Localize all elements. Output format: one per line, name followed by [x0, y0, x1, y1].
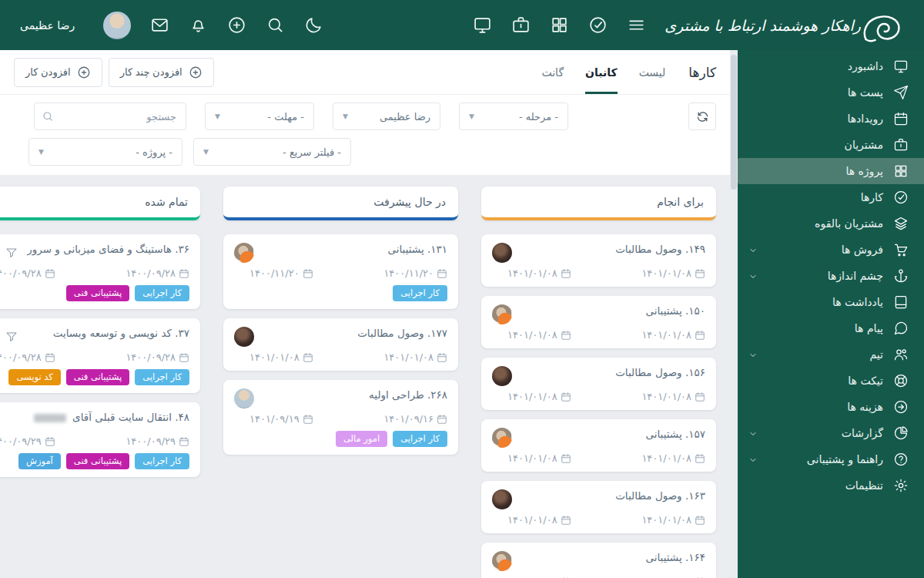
search-input[interactable] [34, 102, 186, 130]
kanban-card[interactable]: ۱۵۷. پشتیبانی۱۴۰۱/۰۱/۰۸۱۴۰۱/۰۱/۰۸ [481, 419, 716, 472]
tag: کار اجرایی [393, 285, 447, 301]
sidebar-item[interactable]: پروژه ها [738, 158, 924, 184]
mail-icon[interactable] [150, 15, 169, 35]
send-icon [893, 85, 909, 100]
assignee-filter-select[interactable]: رضا عظیمی▼ [333, 102, 440, 130]
sidebar-item-label: گزارشات [842, 427, 883, 439]
help-icon [893, 452, 909, 467]
add-task-button[interactable]: افزودن کار [14, 58, 102, 87]
scrollbar-thumb[interactable] [731, 55, 737, 190]
page-scrollbar [730, 50, 738, 578]
card-title: ۳۷. کد نویسی و توسعه وبسایت [53, 326, 189, 341]
column-header: در حال پیشرفت [223, 187, 458, 220]
tabs-row: کارها لیستکانبانگانت [520, 50, 716, 94]
sidebar-item[interactable]: کارها [738, 184, 924, 210]
search-icon[interactable] [266, 15, 285, 35]
bell-icon[interactable] [189, 15, 208, 35]
kanban-card[interactable]: ۴۸. انتقال سایت قبلی آقای ۱۴۰۰/۰۹/۲۹۱۴۰۰… [0, 402, 200, 477]
sidebar-item[interactable]: پست ها [738, 79, 924, 106]
redacted-name [34, 414, 66, 422]
sidebar-item[interactable]: پیام ها [738, 315, 924, 341]
kanban-card[interactable]: ۱۵۶. وصول مطالبات۱۴۰۱/۰۱/۰۸۱۴۰۱/۰۱/۰۸ [481, 358, 716, 410]
kanban-card[interactable]: ۳۶. هاستینگ و فضای میزبانی و سرور۱۴۰۰/۰۹… [0, 234, 200, 309]
kanban-card[interactable]: ۱۴۹. وصول مطالبات۱۴۰۱/۰۱/۰۸۱۴۰۱/۰۱/۰۸ [481, 234, 716, 287]
brand-text: راهکار هوشمند ارتباط با مشتری [665, 17, 861, 34]
check-circle-icon [893, 190, 909, 205]
sidebar-item-label: هزینه ها [847, 401, 883, 413]
assignee-avatar [492, 304, 512, 324]
calendar-icon [437, 352, 447, 363]
kanban-card[interactable]: ۱۶۴. پشتیبانی۱۴۰۱/۰۱/۰۸۱۴۰۱/۰۱/۰۸ [481, 543, 716, 578]
sidebar-item-label: راهنما و پشتیبانی [807, 453, 883, 465]
card-date: ۱۴۰۰/۱۱/۲۰ [249, 267, 313, 279]
brand: راهکار هوشمند ارتباط با مشتری [661, 7, 904, 44]
assignee-avatar [492, 551, 512, 571]
briefcase-icon[interactable] [511, 15, 531, 35]
users-icon [893, 347, 909, 362]
user-name: رضا عظیمی [20, 19, 75, 32]
check-circle-icon[interactable] [588, 15, 608, 35]
anchor-icon [893, 268, 909, 284]
search-box [34, 102, 186, 130]
deadline-filter-select[interactable]: - مهلت -▼ [205, 102, 314, 130]
card-tags: کار اجراییامور مالی [234, 431, 447, 447]
sidebar-item[interactable]: راهنما و پشتیبانی [738, 446, 924, 472]
sidebar-item-label: پیام ها [855, 322, 883, 334]
tab-active[interactable]: کانبان [585, 50, 618, 94]
sidebar-item[interactable]: تیکت ها [738, 368, 924, 394]
tag: آموزش [18, 453, 61, 469]
moon-icon[interactable] [304, 15, 323, 35]
kanban-card[interactable]: ۱۵۰. پشتیبانی۱۴۰۱/۰۱/۰۸۱۴۰۱/۰۱/۰۸ [481, 296, 716, 348]
sidebar-item-label: داشبورد [848, 60, 883, 72]
kanban-card[interactable]: ۱۳۱. پشتیبانی۱۴۰۰/۱۱/۲۰۱۴۰۰/۱۱/۲۰کار اجر… [223, 234, 458, 309]
notebook-icon [893, 294, 909, 310]
sidebar-item[interactable]: داشبورد [738, 53, 924, 79]
sidebar-item[interactable]: یادداشت ها [738, 289, 924, 315]
funnel-icon [5, 331, 18, 343]
kanban-card[interactable]: ۲۶۸. طراحی اولیه۱۴۰۱/۰۹/۱۶۱۴۰۱/۰۹/۱۹کار … [223, 380, 458, 455]
grid-icon [893, 163, 909, 179]
quick-filter-select[interactable]: - فیلتر سریع -▼ [193, 138, 351, 166]
topbar-left-group: رضا عظیمی [20, 12, 323, 39]
monitor-icon[interactable] [473, 15, 492, 35]
calendar-icon [695, 330, 705, 341]
plus-circle-icon[interactable] [227, 15, 246, 35]
column-header: برای انجام [481, 187, 716, 220]
card-title: ۳۶. هاستینگ و فضای میزبانی و سرور [27, 242, 189, 257]
kanban-card[interactable]: ۳۷. کد نویسی و توسعه وبسایت۱۴۰۰/۰۹/۲۸۱۴۰… [0, 318, 200, 393]
calendar-icon [561, 391, 571, 402]
sidebar-item[interactable]: تیم [738, 341, 924, 368]
project-filter-select[interactable]: - پروژه -▼ [28, 138, 182, 166]
sidebar-item[interactable]: چشم اندازها [738, 263, 924, 289]
sidebar-item[interactable]: مشتریان [738, 132, 924, 158]
gear-icon [893, 478, 909, 493]
menu-icon[interactable] [627, 15, 646, 35]
search-icon [42, 110, 54, 123]
kanban-card[interactable]: ۱۷۷. وصول مطالبات۱۴۰۱/۰۱/۰۸۱۴۰۱/۰۱/۰۸ [223, 318, 458, 371]
card-date: ۱۴۰۰/۰۹/۲۸ [0, 267, 55, 279]
sidebar-item[interactable]: رویدادها [738, 106, 924, 132]
refresh-button[interactable] [688, 102, 716, 130]
sidebar-item[interactable]: فروش ها [738, 237, 924, 263]
card-date: ۱۴۰۱/۰۱/۰۸ [507, 329, 571, 341]
calendar-icon [561, 268, 571, 279]
add-multiple-tasks-button[interactable]: افزودن چند کار [109, 58, 214, 87]
tab-view[interactable]: گانت [541, 50, 564, 94]
grid-icon[interactable] [550, 15, 569, 35]
card-date: ۱۴۰۱/۰۱/۰۸ [507, 267, 571, 279]
kanban-column: تمام شده۳۶. هاستینگ و فضای میزبانی و سرو… [0, 187, 200, 578]
tab-view[interactable]: لیست [639, 50, 666, 94]
kanban-card[interactable]: ۱۶۳. وصول مطالبات۱۴۰۱/۰۱/۰۸۱۴۰۱/۰۱/۰۸ [481, 481, 716, 533]
card-date: ۱۴۰۱/۰۹/۱۶ [383, 413, 447, 425]
tag: پشتیبانی فنی [66, 453, 129, 469]
sidebar-item[interactable]: تنظیمات [738, 472, 924, 499]
sidebar-item[interactable]: مشتریان بالقوه [738, 210, 924, 237]
stage-filter-select[interactable]: - مرحله -▼ [459, 102, 568, 130]
sidebar-item[interactable]: گزارشات [738, 420, 924, 446]
card-date: ۱۴۰۰/۰۹/۲۸ [126, 267, 189, 279]
page-title: کارها [688, 65, 716, 80]
tag: کار اجرایی [393, 431, 447, 447]
card-date: ۱۴۰۱/۰۱/۰۸ [383, 351, 447, 363]
user-avatar[interactable] [103, 12, 131, 39]
sidebar-item[interactable]: هزینه ها [738, 394, 924, 420]
